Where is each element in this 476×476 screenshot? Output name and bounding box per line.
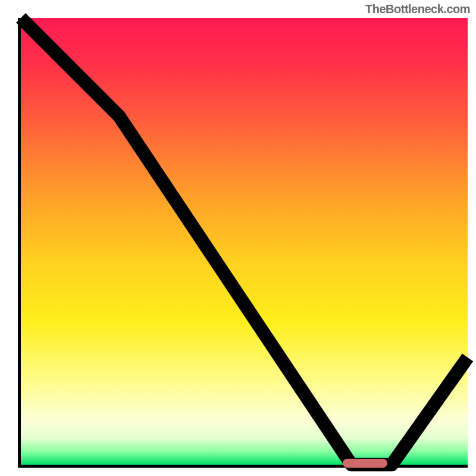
watermark-text: TheBottleneck.com	[365, 2, 470, 16]
optimal-range-marker	[343, 459, 387, 468]
chart-curve-layer	[21, 18, 468, 465]
bottleneck-chart	[18, 18, 468, 468]
bottleneck-curve-path	[21, 18, 468, 465]
